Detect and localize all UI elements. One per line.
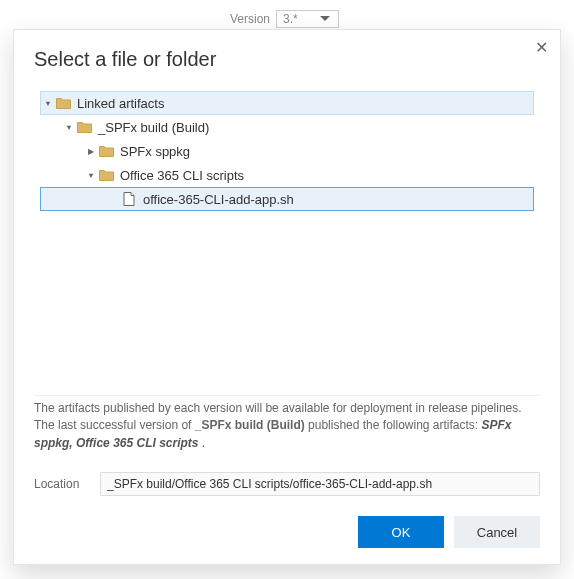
caret-right-icon[interactable] [84,146,98,156]
folder-icon [98,144,114,158]
location-input[interactable] [100,472,540,496]
tree-root-linked-artifacts[interactable]: Linked artifacts [40,91,534,115]
version-value: 3.* [283,12,298,26]
tree-label: Linked artifacts [77,96,164,111]
info-build-name: _SPFx build (Build) [195,418,305,432]
backdrop-version-row: Version 3.* [230,10,339,28]
cancel-button[interactable]: Cancel [454,516,540,548]
artifact-info-text: The artifacts published by each version … [34,400,540,452]
tree-item-add-app-sh[interactable]: office-365-CLI-add-app.sh [40,187,534,211]
location-label: Location [34,477,88,491]
tree-node-spfx-sppkg[interactable]: SPFx sppkg [40,139,534,163]
folder-icon [98,168,114,182]
file-icon [121,192,137,206]
tree-node-spfx-build[interactable]: _SPFx build (Build) [40,115,534,139]
version-label: Version [230,12,270,26]
divider [34,395,540,396]
caret-down-icon[interactable] [62,122,76,132]
location-row: Location [34,472,540,496]
folder-icon [76,120,92,134]
tree-node-o365-cli-scripts[interactable]: Office 365 CLI scripts [40,163,534,187]
info-mid: published the following artifacts: [308,418,481,432]
select-file-dialog: ✕ Select a file or folder Linked artifac… [13,29,561,565]
artifact-tree: Linked artifacts _SPFx build (Build) SPF… [40,91,534,211]
tree-empty-area [34,211,540,385]
dialog-button-row: OK Cancel [34,516,540,548]
close-icon[interactable]: ✕ [535,40,548,56]
info-post: . [202,436,205,450]
caret-down-icon[interactable] [41,98,55,108]
ok-button[interactable]: OK [358,516,444,548]
caret-down-icon[interactable] [84,170,98,180]
tree-label: Office 365 CLI scripts [120,168,244,183]
tree-label: _SPFx build (Build) [98,120,209,135]
tree-label: office-365-CLI-add-app.sh [143,192,294,207]
dialog-title: Select a file or folder [34,48,540,71]
version-dropdown[interactable]: 3.* [276,10,339,28]
folder-icon [55,96,71,110]
tree-label: SPFx sppkg [120,144,190,159]
